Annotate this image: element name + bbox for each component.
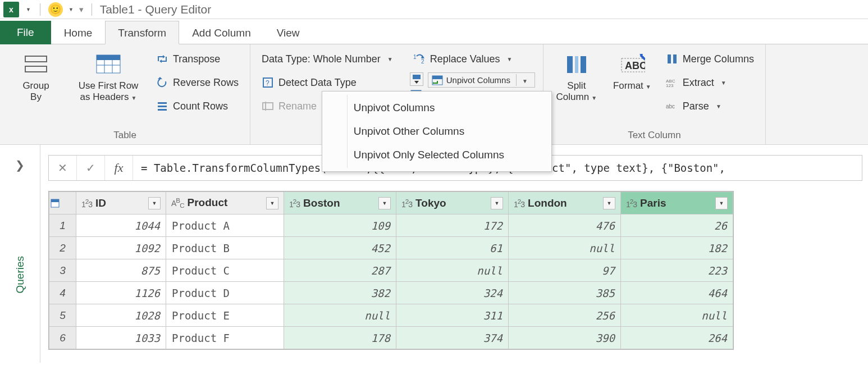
extract-button[interactable]: ABC123 Extract▼ (663, 72, 757, 93)
fx-icon[interactable]: fx (105, 156, 133, 180)
count-rows-button[interactable]: Count Rows (153, 96, 242, 116)
cell-value[interactable]: 374 (396, 327, 509, 349)
chevron-down-icon: ▼ (506, 56, 512, 62)
reverse-rows-button[interactable]: Reverse Rows (153, 72, 242, 93)
cell-value[interactable]: 256 (509, 304, 621, 327)
cell-value[interactable]: null (509, 237, 621, 259)
cell-value[interactable]: 109 (284, 214, 396, 237)
cell-product[interactable]: Product F (166, 327, 284, 349)
column-header-paris[interactable]: 123Paris▼ (621, 192, 733, 214)
cell-value[interactable]: 223 (621, 259, 733, 282)
tab-view[interactable]: View (264, 21, 313, 44)
cell-value[interactable]: null (396, 259, 509, 282)
cell-value[interactable]: 264 (621, 327, 733, 349)
split-column-button[interactable]: Split Column▼ (551, 49, 602, 127)
grid-corner[interactable] (49, 192, 76, 214)
svg-rect-33 (668, 54, 671, 63)
unpivot-split-dropdown[interactable]: ▼ (516, 74, 531, 86)
chevron-down-icon: ▼ (716, 103, 721, 109)
smiley-icon[interactable]: 🙂 (48, 2, 63, 17)
cell-id[interactable]: 1028 (76, 304, 166, 327)
cell-value[interactable]: 287 (284, 259, 396, 282)
data-grid[interactable]: 123ID▼ABCProduct▼123Boston▼123Tokyo▼123L… (48, 191, 734, 350)
ribbon-group-table: Group By Use First Row as Headers▼ Trans… (0, 44, 250, 144)
data-type-button[interactable]: Data Type: Whole Number▼ (258, 49, 396, 69)
tab-transform[interactable]: Transform (105, 21, 179, 44)
cell-value[interactable]: 26 (621, 214, 733, 237)
cell-product[interactable]: Product B (166, 237, 284, 259)
cell-product[interactable]: Product C (166, 259, 284, 282)
row-header[interactable]: 3 (49, 259, 76, 282)
formula-accept-button[interactable]: ✓ (77, 156, 105, 180)
table-row[interactable]: 61033Product F178374390264 (49, 327, 733, 349)
cell-value[interactable]: null (621, 304, 733, 327)
qat-dropdown-icon[interactable]: ▼ (26, 7, 31, 12)
transpose-button[interactable]: Transpose (153, 49, 242, 69)
table-row[interactable]: 11044Product A10917247626 (49, 214, 733, 237)
unpivot-columns-button[interactable]: Unpivot Columns ▼ Unpivot Columns Unpivo… (428, 72, 535, 88)
qat-overflow-icon[interactable]: ▾ (79, 4, 84, 15)
formula-cancel-button[interactable]: ✕ (49, 156, 77, 180)
cell-id[interactable]: 1092 (76, 237, 166, 259)
cell-value[interactable]: 172 (396, 214, 509, 237)
merge-columns-button[interactable]: Merge Columns (663, 49, 757, 69)
cell-id[interactable]: 1033 (76, 327, 166, 349)
table-row[interactable]: 3875Product C287null97223 (49, 259, 733, 282)
parse-button[interactable]: abc Parse▼ (663, 96, 757, 116)
column-header-id[interactable]: 123ID▼ (76, 192, 166, 214)
table-row[interactable]: 51028Product Enull311256null (49, 304, 733, 327)
cell-product[interactable]: Product A (166, 214, 284, 237)
cell-value[interactable]: 182 (621, 237, 733, 259)
row-header[interactable]: 5 (49, 304, 76, 327)
cell-id[interactable]: 1044 (76, 214, 166, 237)
tab-add-column[interactable]: Add Column (179, 21, 264, 44)
column-header-boston[interactable]: 123Boston▼ (284, 192, 396, 214)
cell-value[interactable]: 476 (509, 214, 621, 237)
row-header[interactable]: 1 (49, 214, 76, 237)
row-header[interactable]: 4 (49, 282, 76, 304)
column-header-product[interactable]: ABCProduct▼ (166, 192, 284, 214)
filter-dropdown-icon[interactable]: ▼ (148, 197, 161, 209)
cell-value[interactable]: 452 (284, 237, 396, 259)
qat-dropdown-icon[interactable]: ▼ (68, 7, 74, 12)
filter-dropdown-icon[interactable]: ▼ (715, 197, 728, 209)
cell-value[interactable]: 390 (509, 327, 621, 349)
row-header[interactable]: 2 (49, 237, 76, 259)
filter-dropdown-icon[interactable]: ▼ (266, 197, 278, 209)
parse-icon: abc (666, 100, 678, 112)
filter-dropdown-icon[interactable]: ▼ (603, 197, 615, 209)
menu-unpivot-only-selected[interactable]: Unpivot Only Selected Columns (322, 143, 551, 167)
cell-value[interactable]: 382 (284, 282, 396, 304)
group-by-button[interactable]: Group By (8, 49, 64, 127)
filter-dropdown-icon[interactable]: ▼ (491, 197, 503, 209)
table-row[interactable]: 21092Product B45261null182 (49, 237, 733, 259)
tab-home[interactable]: Home (51, 21, 106, 44)
fill-icon[interactable] (410, 72, 423, 86)
format-button[interactable]: ABC Format▼ (610, 49, 655, 127)
cell-value[interactable]: 324 (396, 282, 509, 304)
table-row[interactable]: 41126Product D382324385464 (49, 282, 733, 304)
cell-value[interactable]: 464 (621, 282, 733, 304)
tab-file[interactable]: File (0, 21, 51, 44)
cell-product[interactable]: Product E (166, 304, 284, 327)
detect-data-type-button[interactable]: ? Detect Data Type (258, 72, 396, 93)
cell-value[interactable]: 97 (509, 259, 621, 282)
cell-value[interactable]: 61 (396, 237, 509, 259)
cell-id[interactable]: 875 (76, 259, 166, 282)
column-header-tokyo[interactable]: 123Tokyo▼ (396, 192, 509, 214)
queries-panel-label[interactable]: Queries (14, 256, 26, 294)
cell-value[interactable]: 178 (284, 327, 396, 349)
expand-panel-icon[interactable]: ❯ (15, 158, 25, 172)
replace-values-button[interactable]: 12 Replace Values▼ (410, 49, 535, 69)
cell-value[interactable]: 311 (396, 304, 509, 327)
menu-unpivot-columns[interactable]: Unpivot Columns (322, 96, 551, 120)
cell-value[interactable]: 385 (509, 282, 621, 304)
cell-value[interactable]: null (284, 304, 396, 327)
filter-dropdown-icon[interactable]: ▼ (378, 197, 391, 209)
cell-id[interactable]: 1126 (76, 282, 166, 304)
use-first-row-button[interactable]: Use First Row as Headers▼ (72, 49, 145, 127)
row-header[interactable]: 6 (49, 327, 76, 349)
column-header-london[interactable]: 123London▼ (509, 192, 621, 214)
menu-unpivot-other-columns[interactable]: Unpivot Other Columns (322, 120, 551, 143)
cell-product[interactable]: Product D (166, 282, 284, 304)
